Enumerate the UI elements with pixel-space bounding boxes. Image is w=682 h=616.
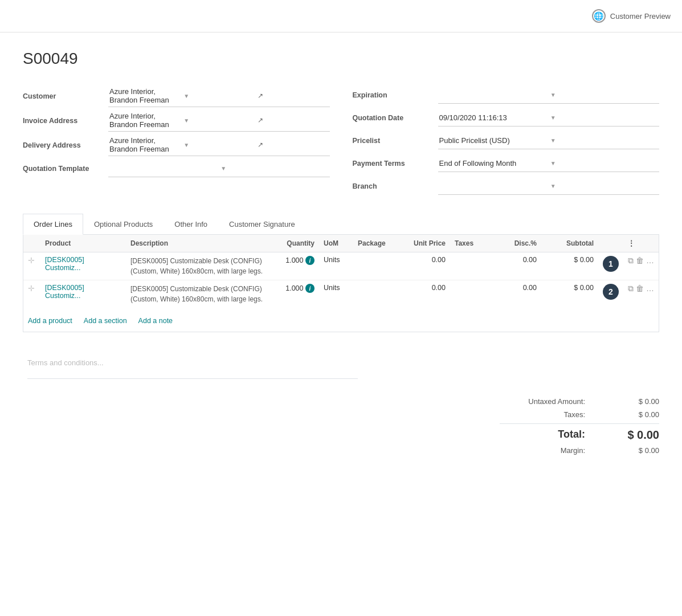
- description-cell: [DESK0005] Customizable Desk (CONFIG) (C…: [126, 252, 273, 280]
- invoice-external-link[interactable]: ↗: [258, 116, 328, 124]
- pricelist-label: Pricelist: [353, 137, 432, 145]
- taxes-cell: [450, 280, 496, 308]
- disc-cell[interactable]: 0.00: [496, 252, 541, 280]
- total-value: $ 0.00: [602, 429, 659, 442]
- row-badge: 1: [603, 256, 619, 272]
- delivery-address-field-row: Delivery Address Azure Interior, Brandon…: [23, 134, 330, 156]
- product-cell[interactable]: [DESK0005] Customiz...: [40, 252, 126, 280]
- drag-handle[interactable]: ✛: [23, 252, 40, 280]
- pricelist-field-row: Pricelist Public Pricelist (USD) ▼: [353, 130, 660, 151]
- customer-value-field[interactable]: Azure Interior, Brandon Freeman ▼ ↗: [108, 85, 330, 107]
- table-row: ✛ [DESK0005] Customiz... [DESK0005] Cust…: [23, 252, 659, 280]
- branch-field[interactable]: ▼: [438, 178, 660, 195]
- quantity-cell[interactable]: 1.000 i: [273, 252, 319, 280]
- package-cell: [353, 252, 399, 280]
- quantity-cell[interactable]: 1.000 i: [273, 280, 319, 308]
- row-badge: 2: [603, 284, 619, 300]
- expiration-label: Expiration: [353, 91, 432, 99]
- subtotal-cell: $ 0.00: [541, 280, 598, 308]
- col-disc-header: Disc.%: [496, 235, 541, 252]
- add-section-link[interactable]: Add a section: [84, 317, 127, 325]
- payment-dropdown-arrow: ▼: [550, 160, 658, 166]
- taxes-label: Taxes:: [500, 410, 585, 419]
- action-cell: ⧉ 🗑 …: [623, 280, 659, 308]
- delivery-external-link[interactable]: ↗: [258, 141, 328, 149]
- add-note-link[interactable]: Add a note: [138, 317, 173, 325]
- customer-external-link[interactable]: ↗: [258, 92, 328, 100]
- col-menu-header: ⋮: [623, 235, 659, 252]
- delete-icon[interactable]: 🗑: [636, 256, 644, 266]
- col-taxes-header: Taxes: [450, 235, 496, 252]
- delivery-address-field[interactable]: Azure Interior, Brandon Freeman ▼ ↗: [108, 134, 330, 156]
- payment-terms-field[interactable]: End of Following Month ▼: [438, 155, 660, 172]
- unit-price-cell[interactable]: 0.00: [399, 280, 450, 308]
- total-label: Total:: [500, 429, 585, 442]
- tab-optional-products[interactable]: Optional Products: [83, 214, 164, 235]
- copy-icon[interactable]: ⧉: [628, 256, 634, 266]
- customer-dropdown-arrow: ▼: [183, 93, 254, 99]
- product-cell[interactable]: [DESK0005] Customiz...: [40, 280, 126, 308]
- total-row: Total: $ 0.00: [500, 423, 659, 444]
- customer-preview[interactable]: 🌐 Customer Preview: [592, 9, 671, 23]
- form-grid: Customer Azure Interior, Brandon Freeman…: [23, 85, 659, 197]
- tab-order-lines[interactable]: Order Lines: [23, 214, 83, 235]
- col-product-header: Product: [40, 235, 126, 252]
- more-icon[interactable]: …: [646, 256, 654, 266]
- pricelist-field[interactable]: Public Pricelist (USD) ▼: [438, 132, 660, 149]
- payment-terms-field-row: Payment Terms End of Following Month ▼: [353, 153, 660, 174]
- pricelist-dropdown-arrow: ▼: [550, 137, 658, 144]
- uom-cell: Units: [319, 280, 353, 308]
- quotation-date-label: Quotation Date: [353, 114, 432, 122]
- subtotal-cell: $ 0.00: [541, 252, 598, 280]
- branch-field-row: Branch ▼: [353, 176, 660, 197]
- form-right: Expiration ▼ Quotation Date 09/10/2020 1…: [353, 85, 660, 197]
- tabs: Order Lines Optional Products Other Info…: [23, 214, 659, 235]
- totals-table: Untaxed Amount: $ 0.00 Taxes: $ 0.00 Tot…: [500, 395, 659, 457]
- quotation-date-field-row: Quotation Date 09/10/2020 11:16:13 ▼: [353, 108, 660, 128]
- col-handle-header: [23, 235, 40, 252]
- unit-price-cell[interactable]: 0.00: [399, 252, 450, 280]
- customer-label: Customer: [23, 92, 103, 100]
- delivery-address-label: Delivery Address: [23, 141, 103, 149]
- quotation-template-field-row: Quotation Template ▼: [23, 158, 330, 179]
- col-uom-header: UoM: [319, 235, 353, 252]
- page-title: S00049: [23, 50, 659, 68]
- description-cell: [DESK0005] Customizable Desk (CONFIG) (C…: [126, 280, 273, 308]
- info-icon[interactable]: i: [305, 284, 315, 293]
- terms-placeholder[interactable]: Terms and conditions...: [27, 358, 104, 367]
- col-quantity-header: Quantity: [273, 235, 319, 252]
- customer-field-row: Customer Azure Interior, Brandon Freeman…: [23, 85, 330, 107]
- main-content: S00049 Customer Azure Interior, Brandon …: [0, 32, 682, 474]
- untaxed-row: Untaxed Amount: $ 0.00: [500, 395, 659, 408]
- quotation-date-field[interactable]: 09/10/2020 11:16:13 ▼: [438, 109, 660, 127]
- drag-handle[interactable]: ✛: [23, 280, 40, 308]
- form-left: Customer Azure Interior, Brandon Freeman…: [23, 85, 330, 197]
- package-cell: [353, 280, 399, 308]
- invoice-address-field[interactable]: Azure Interior, Brandon Freeman ▼ ↗: [108, 109, 330, 132]
- pricelist-value: Public Pricelist (USD): [439, 136, 547, 145]
- expiration-field[interactable]: ▼: [438, 87, 660, 104]
- customer-value: Azure Interior, Brandon Freeman: [109, 87, 180, 104]
- add-links: Add a product Add a section Add a note: [23, 310, 659, 332]
- badge-cell: 2: [598, 280, 623, 308]
- template-dropdown-arrow: ▼: [220, 165, 328, 172]
- delete-icon[interactable]: 🗑: [636, 284, 644, 293]
- more-icon[interactable]: …: [646, 284, 654, 293]
- invoice-address-label: Invoice Address: [23, 117, 103, 125]
- payment-terms-value: End of Following Month: [439, 159, 547, 168]
- copy-icon[interactable]: ⧉: [628, 284, 634, 293]
- disc-cell[interactable]: 0.00: [496, 280, 541, 308]
- taxes-value: $ 0.00: [602, 410, 659, 419]
- tab-customer-signature[interactable]: Customer Signature: [218, 214, 306, 235]
- expiration-dropdown-arrow: ▼: [550, 92, 658, 98]
- badge-cell: 1: [598, 252, 623, 280]
- col-badge-header: [598, 235, 623, 252]
- add-product-link[interactable]: Add a product: [28, 317, 72, 325]
- uom-cell: Units: [319, 252, 353, 280]
- qdate-dropdown-arrow: ▼: [550, 115, 658, 121]
- col-unitprice-header: Unit Price: [399, 235, 450, 252]
- col-subtotal-header: Subtotal: [541, 235, 598, 252]
- info-icon[interactable]: i: [305, 256, 315, 265]
- tab-other-info[interactable]: Other Info: [164, 214, 218, 235]
- quotation-template-field[interactable]: ▼: [108, 160, 330, 177]
